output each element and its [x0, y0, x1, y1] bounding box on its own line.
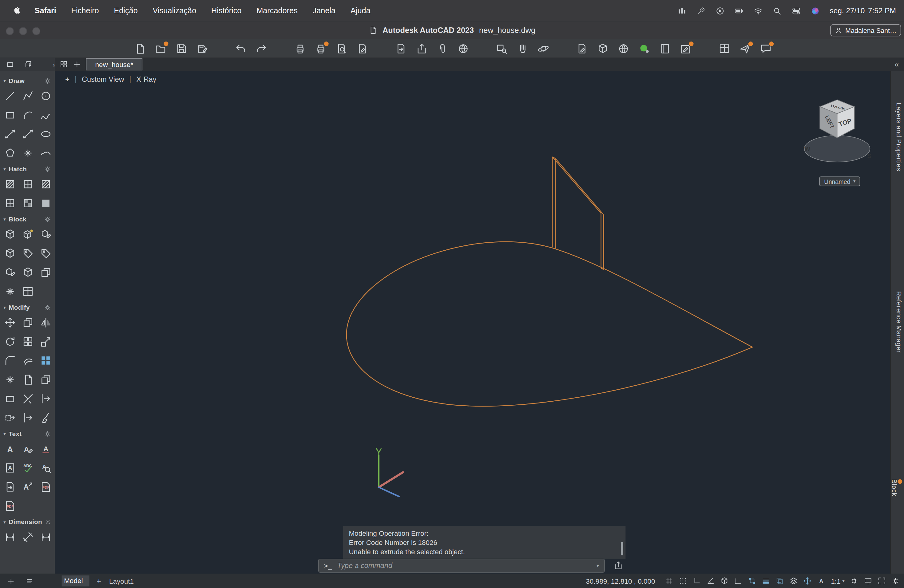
- lineweight-icon[interactable]: [762, 577, 770, 585]
- insert-block-icon[interactable]: [597, 43, 609, 54]
- hatch-settings-icon[interactable]: [44, 165, 51, 172]
- menu-historico[interactable]: Histórico: [204, 0, 249, 21]
- window-tiling-icon[interactable]: [678, 6, 687, 15]
- camera-name-pill[interactable]: Unnamed ▾: [819, 177, 860, 187]
- replace-block-tool[interactable]: [37, 266, 55, 278]
- recreate-hatch-boundary-tool[interactable]: [37, 178, 55, 190]
- scale-tool[interactable]: [37, 335, 55, 348]
- annotation-monitor-icon[interactable]: [864, 577, 872, 585]
- save-as-icon[interactable]: [196, 43, 208, 54]
- workspace-switching-icon[interactable]: [850, 577, 858, 585]
- control-center-icon[interactable]: [792, 6, 801, 15]
- rail-tab-reference-manager[interactable]: Reference Manager: [895, 291, 902, 353]
- copy-nested-tool[interactable]: [37, 374, 55, 386]
- grid-display-icon[interactable]: [665, 577, 673, 585]
- polyline-tool[interactable]: [19, 90, 37, 102]
- viewport-menu-button[interactable]: +: [65, 75, 70, 84]
- import-icon[interactable]: [395, 43, 407, 54]
- save-icon[interactable]: [175, 43, 187, 54]
- scale-text-tool[interactable]: A: [19, 481, 37, 493]
- pdf-import-tool[interactable]: PDF: [1, 500, 19, 512]
- etransmit-icon[interactable]: [618, 43, 629, 54]
- rectangular-array-tool[interactable]: [37, 354, 55, 367]
- siri-icon[interactable]: [811, 6, 820, 15]
- wifi-icon[interactable]: [754, 6, 763, 15]
- isometric-drafting-icon[interactable]: [720, 577, 729, 585]
- close-window-button[interactable]: [6, 27, 14, 35]
- plot-preview-icon[interactable]: [335, 43, 348, 54]
- viewcube[interactable]: W S BACK LEFT TOP: [799, 94, 877, 172]
- stretch-tool[interactable]: [1, 412, 19, 424]
- edit-array-tool[interactable]: [19, 335, 37, 348]
- menu-edicao[interactable]: Edição: [106, 0, 145, 21]
- copy-tool[interactable]: [19, 316, 37, 329]
- open-from-web-icon[interactable]: [457, 43, 469, 54]
- collapse-arrow-icon[interactable]: ▾: [3, 431, 6, 436]
- set-base-point-tool[interactable]: [1, 285, 19, 297]
- rail-tab-block[interactable]: Block: [891, 479, 902, 496]
- export-pdf-tool[interactable]: PDF: [37, 481, 55, 493]
- multiline-text-tool[interactable]: A: [1, 462, 19, 474]
- command-input[interactable]: >_ Type a command ▾: [318, 559, 605, 573]
- rotate-tool[interactable]: [1, 335, 19, 348]
- new-drawing-icon[interactable]: [134, 43, 146, 54]
- ray-tool[interactable]: [19, 128, 37, 140]
- write-block-tool[interactable]: [1, 247, 19, 259]
- markup-import-icon[interactable]: [576, 43, 588, 54]
- open-icon[interactable]: [155, 43, 167, 54]
- line-tool[interactable]: [1, 90, 19, 102]
- collapse-tabs-icon[interactable]: «: [895, 60, 904, 69]
- explode-tool[interactable]: [1, 374, 19, 386]
- mirror-tool[interactable]: [37, 316, 55, 329]
- point-tool[interactable]: [19, 147, 37, 159]
- drawing-area[interactable]: + | Custom View | X-Ray W S: [55, 71, 891, 574]
- collapse-arrow-icon[interactable]: ▾: [3, 166, 6, 172]
- collapse-arrow-icon[interactable]: ▾: [3, 78, 6, 83]
- palette-menu-icon[interactable]: [25, 577, 33, 585]
- palette-copy-icon[interactable]: [24, 60, 32, 69]
- break-tool[interactable]: [1, 393, 19, 405]
- export-icon[interactable]: [416, 43, 428, 54]
- block-editor-tool[interactable]: [37, 229, 55, 240]
- rectangle-tool[interactable]: [1, 109, 19, 121]
- circle-tool[interactable]: [37, 90, 55, 102]
- block-settings-icon[interactable]: [44, 215, 51, 223]
- command-history-scrollbar[interactable]: [621, 542, 623, 555]
- recent-commands-caret-icon[interactable]: ▾: [596, 563, 604, 569]
- menu-visualizacao[interactable]: Visualização: [145, 0, 204, 21]
- section-plane-tool[interactable]: [19, 374, 37, 386]
- ortho-mode-icon[interactable]: [692, 577, 701, 585]
- apple-menu-icon[interactable]: [7, 6, 27, 15]
- pan-icon[interactable]: [517, 43, 529, 54]
- menu-janela[interactable]: Janela: [305, 0, 343, 21]
- menu-bar-clock[interactable]: seg. 27/10 7:52 PM: [830, 6, 896, 15]
- collapse-arrow-icon[interactable]: ▾: [3, 519, 6, 524]
- attach-reference-icon[interactable]: [436, 43, 448, 54]
- zoom-window-icon[interactable]: [496, 43, 508, 54]
- visual-style-button[interactable]: X-Ray: [136, 75, 156, 83]
- ellipse-tool[interactable]: [37, 128, 55, 140]
- move-tool[interactable]: [1, 316, 19, 329]
- snap-mode-icon[interactable]: [679, 577, 687, 585]
- object-snap-icon[interactable]: [748, 577, 756, 585]
- object-snap-tracking-icon[interactable]: [734, 577, 743, 585]
- compass-south-label[interactable]: S: [867, 152, 871, 159]
- gradient-tool[interactable]: [19, 197, 37, 209]
- customization-icon[interactable]: [891, 577, 900, 585]
- clean-screen-icon[interactable]: [877, 577, 886, 585]
- screen-mirroring-icon[interactable]: [716, 6, 725, 15]
- modify-settings-icon[interactable]: [44, 303, 51, 311]
- collapse-arrow-icon[interactable]: ▾: [3, 305, 6, 310]
- palette-view-icon[interactable]: [6, 60, 14, 69]
- count-icon[interactable]: [718, 43, 730, 54]
- rail-tab-layers-and-properties[interactable]: Layers and Properties: [895, 103, 902, 171]
- linear-dimension-tool[interactable]: [1, 531, 19, 543]
- find-replace-tool[interactable]: A: [37, 462, 55, 474]
- add-tool-icon[interactable]: [7, 577, 15, 585]
- dynamic-ucs-icon[interactable]: [803, 577, 812, 585]
- layout1-tab[interactable]: Layout1: [109, 577, 134, 585]
- redo-icon[interactable]: [256, 43, 267, 54]
- new-tab-icon[interactable]: [73, 60, 81, 69]
- hatch-set-origin-tool[interactable]: [1, 197, 19, 209]
- user-account-button[interactable]: Madalena Sant…: [830, 24, 901, 36]
